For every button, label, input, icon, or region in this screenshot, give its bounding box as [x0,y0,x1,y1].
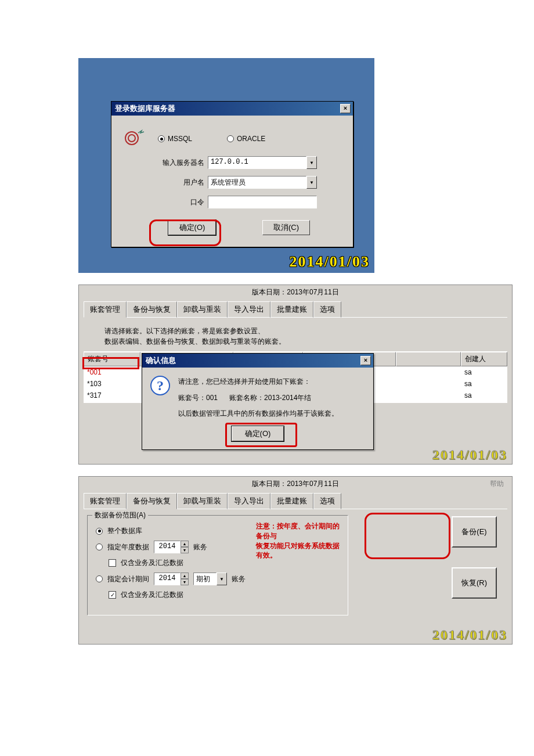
login-title: 登录数据库服务器 [115,103,175,114]
document-page: 登录数据库服务器 × MSS [0,58,534,645]
question-icon: ? [150,376,170,395]
confirm-dialog: 确认信息 × ? 请注意，您已经选择并开始使用如下账套： 账套号：001 账套名… [142,353,374,450]
radio-oracle-label: ORACLE [237,135,265,143]
tab-options[interactable]: 选项 [313,493,341,509]
confirm-title: 确认信息 [146,355,176,366]
login-dialog: 登录数据库服务器 × MSS [111,101,353,247]
user-input[interactable]: 系统管理员 [208,176,306,189]
screenshot-backup: 帮助 版本日期：2013年07月11日 账套管理 备份与恢复 卸载与重装 导入导… [78,476,513,645]
tab-uninstall-reinstall[interactable]: 卸载与重装 [177,493,228,509]
col-account-no: 账套号 [84,352,140,366]
svg-point-0 [125,132,138,145]
tab-options[interactable]: 选项 [313,301,341,318]
svg-point-1 [128,135,135,142]
timestamp-overlay: 2014/01/03 [432,627,507,643]
password-input[interactable] [208,196,317,208]
radio-by-period[interactable]: 指定会计期间 2014 ▲▼ 期初 ▼ 账务 [96,573,246,585]
screenshot-account-mgr: 版本日期：2013年07月11日 账套管理 备份与恢复 卸载与重装 导入导出 批… [78,285,513,465]
radio-icon [96,528,103,535]
radio-icon [96,575,103,582]
tab-backup-restore[interactable]: 备份与恢复 [127,493,177,509]
radio-mssql-label: MSSQL [168,135,192,143]
radio-oracle[interactable]: ORACLE [227,135,265,143]
tabbar: 账套管理 备份与恢复 卸载与重装 导入导出 批量建账 选项 [84,492,512,509]
timestamp-overlay: 2014/01/03 [290,253,370,271]
checkbox-only-business-1[interactable] [109,559,116,567]
cancel-button[interactable]: 取消(C) [262,220,310,235]
server-label: 输入服务器名 [158,158,208,168]
period-year-spinner[interactable]: 2014 ▲▼ [154,573,189,585]
help-label: 帮助 [490,479,504,489]
version-label: 版本日期：2013年07月11日 [79,285,512,301]
ok-button[interactable]: 确定(O) [168,220,216,235]
spin-up-icon[interactable]: ▲ [181,573,189,579]
user-combo[interactable]: 系统管理员 ▼ [208,176,317,189]
group-label: 数据备份范围(A) [92,510,148,520]
database-icon [120,128,151,149]
tab-account-mgmt[interactable]: 账套管理 [84,493,127,509]
server-combo[interactable]: 127.0.0.1 ▼ [208,156,317,169]
spin-up-icon[interactable]: ▲ [181,541,189,547]
tab-backup-restore[interactable]: 备份与恢复 [127,301,177,318]
restore-button[interactable]: 恢复(R) [452,567,497,599]
server-input[interactable]: 127.0.0.1 [208,156,306,169]
close-icon[interactable]: × [360,356,371,365]
backup-scope-group: 数据备份范围(A) 整个数据库 指定年度数据 2014 ▲▼ [87,515,348,615]
checkbox-only-business-2[interactable] [109,591,116,599]
radio-icon [227,135,234,142]
chevron-down-icon[interactable]: ▼ [217,573,227,585]
close-icon[interactable]: × [340,104,351,113]
confirm-ok-button[interactable]: 确定(O) [232,426,284,441]
backup-button[interactable]: 备份(E) [452,516,497,548]
tab-account-mgmt[interactable]: 账套管理 [84,301,127,318]
radio-whole-db[interactable]: 整个数据库 [96,526,246,536]
chevron-down-icon[interactable]: ▼ [306,156,317,169]
version-label: 版本日期：2013年07月11日 [79,477,512,492]
tab-import-export[interactable]: 导入导出 [228,493,270,509]
tab-uninstall-reinstall[interactable]: 卸载与重装 [177,301,228,318]
year-spinner[interactable]: 2014 ▲▼ [154,541,189,553]
tab-batch-create[interactable]: 批量建账 [270,301,313,318]
instruction-text: 请选择账套。以下选择的账套，将是账套参数设置、 数据表编辑、数据备份与恢复、数据… [104,326,506,347]
tabbar: 账套管理 备份与恢复 卸载与重装 导入导出 批量建账 选项 [84,301,512,317]
chevron-down-icon[interactable]: ▼ [306,176,317,189]
login-body: MSSQL ORACLE 输入服务器名 127.0.0.1 ▼ [111,116,353,247]
confirm-titlebar: 确认信息 × [142,354,373,368]
radio-icon [96,543,103,550]
tab-import-export[interactable]: 导入导出 [228,301,270,318]
tab-batch-create[interactable]: 批量建账 [270,493,313,509]
screenshot-login: 登录数据库服务器 × MSS [78,58,374,273]
radio-by-year[interactable]: 指定年度数据 2014 ▲▼ 账务 [96,541,246,553]
timestamp-overlay: 2014/01/03 [432,447,507,463]
confirm-message: 请注意，您已经选择并开始使用如下账套： 账套号：001 账套名称：2013-20… [178,376,365,420]
col-creator: 创建人 [461,352,507,366]
user-label: 用户名 [158,178,208,188]
warning-note: 注意：按年度、会计期间的备份与 恢复功能只对账务系统数据有效。 [256,521,340,560]
spin-down-icon[interactable]: ▼ [181,547,189,553]
login-titlebar: 登录数据库服务器 × [111,102,353,116]
radio-icon [158,135,165,142]
spin-down-icon[interactable]: ▼ [181,579,189,585]
radio-mssql[interactable]: MSSQL [158,135,192,143]
period-select[interactable]: 期初 ▼ [193,573,227,585]
password-label: 口令 [158,197,208,207]
